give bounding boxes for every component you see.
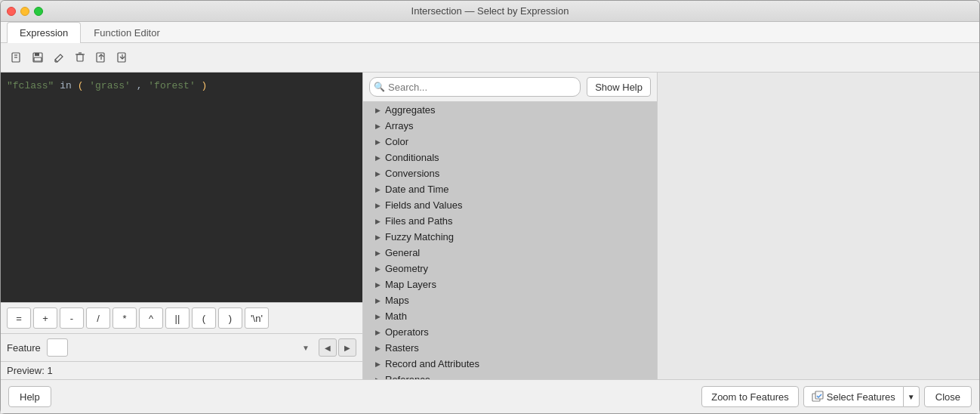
svg-rect-5 (34, 57, 42, 61)
tab-expression[interactable]: Expression (7, 22, 81, 43)
op-paren-open[interactable]: ( (192, 307, 216, 329)
list-item[interactable]: ▶ Conversions (363, 165, 657, 181)
load-up-button[interactable] (91, 48, 111, 67)
nav-next-button[interactable]: ▶ (338, 338, 356, 357)
maximize-traffic-light[interactable] (34, 7, 43, 16)
list-item[interactable]: ▶ Geometry (363, 261, 657, 277)
op-concat[interactable]: || (165, 307, 190, 329)
op-plus[interactable]: + (33, 307, 57, 329)
list-item[interactable]: ▶ Files and Paths (363, 213, 657, 229)
load-up-icon (95, 51, 107, 63)
list-item[interactable]: ▶ Arrays (363, 118, 657, 134)
chevron-right-icon: ▶ (375, 344, 381, 352)
op-multiply[interactable]: * (112, 307, 137, 329)
list-item[interactable]: ▶ Reference (363, 372, 657, 379)
feature-label: Feature (7, 342, 41, 354)
search-input[interactable] (369, 77, 581, 97)
chevron-right-icon: ▶ (375, 170, 381, 178)
chevron-right-icon: ▶ (375, 186, 381, 193)
new-icon (11, 51, 23, 63)
expr-paren-open: ( (78, 80, 84, 91)
select-features-dropdown-button[interactable]: ▼ (904, 386, 920, 407)
zoom-to-features-button[interactable]: Zoom to Features (701, 386, 799, 407)
save-icon (32, 51, 44, 63)
feature-select-wrapper: ▼ (47, 338, 313, 357)
content-area: "fclass" in ( 'grass' , 'forest' ) = + -… (1, 73, 979, 379)
chevron-right-icon: ▶ (375, 297, 381, 304)
expression-editor[interactable]: "fclass" in ( 'grass' , 'forest' ) (1, 73, 362, 302)
list-item[interactable]: ▶ Math (363, 308, 657, 324)
save-button[interactable] (28, 48, 48, 67)
bottom-bar: Help Zoom to Features Select Features ▼ … (1, 379, 979, 413)
list-item[interactable]: ▶ General (363, 245, 657, 261)
svg-rect-11 (97, 53, 104, 62)
list-item[interactable]: ▶ Aggregates (363, 102, 657, 118)
delete-button[interactable] (70, 48, 90, 67)
main-window: Intersection — Select by Expression Expr… (0, 0, 980, 414)
chevron-right-icon: ▶ (375, 107, 381, 114)
load-down-icon (116, 51, 128, 63)
expr-string-forest: 'forest' (148, 80, 195, 91)
preview-row: Preview: 1 (1, 361, 362, 379)
select-features-group: Select Features ▼ (803, 386, 920, 407)
traffic-lights (7, 7, 43, 16)
search-input-wrapper: 🔍 (369, 77, 581, 97)
close-traffic-light[interactable] (7, 7, 16, 16)
expression-line: "fclass" in ( 'grass' , 'forest' ) (7, 79, 356, 94)
op-equals[interactable]: = (7, 307, 31, 329)
chevron-right-icon: ▶ (375, 329, 381, 336)
list-item[interactable]: ▶ Record and Attributes (363, 356, 657, 372)
tab-function-editor[interactable]: Function Editor (81, 22, 172, 43)
list-item[interactable]: ▶ Maps (363, 292, 657, 308)
list-item[interactable]: ▶ Conditionals (363, 150, 657, 165)
op-newline[interactable]: '\n' (245, 307, 269, 329)
expr-string-grass: 'grass' (89, 80, 131, 91)
expr-comma: , (137, 80, 143, 91)
chevron-right-icon: ▶ (375, 313, 381, 320)
list-item[interactable]: ▶ Fuzzy Matching (363, 229, 657, 245)
svg-rect-8 (77, 54, 83, 61)
edit-icon (53, 51, 65, 63)
expr-paren-close: ) (202, 80, 208, 91)
show-help-button[interactable]: Show Help (587, 77, 651, 97)
preview-label: Preview: (7, 365, 45, 376)
title-bar: Intersection — Select by Expression (1, 1, 979, 22)
new-button[interactable] (7, 48, 26, 67)
list-item[interactable]: ▶ Operators (363, 324, 657, 340)
chevron-right-icon: ▶ (375, 233, 381, 241)
chevron-right-icon: ▶ (375, 281, 381, 289)
select-features-button[interactable]: Select Features (803, 386, 904, 407)
chevron-right-icon: ▶ (375, 154, 381, 162)
edit-button[interactable] (49, 48, 69, 67)
function-list: ▶ Aggregates ▶ Arrays ▶ Color ▶ Conditio… (363, 102, 657, 379)
search-icon: 🔍 (374, 82, 385, 92)
tab-bar: Expression Function Editor (1, 22, 979, 43)
expr-in-keyword: in (60, 80, 77, 91)
nav-prev-button[interactable]: ◀ (319, 338, 337, 357)
svg-rect-4 (35, 53, 39, 56)
operator-row: = + - / * ^ || ( ) '\n' (1, 302, 362, 333)
op-caret[interactable]: ^ (139, 307, 163, 329)
svg-rect-16 (815, 391, 823, 399)
feature-select[interactable] (47, 338, 68, 357)
middle-panel: 🔍 Show Help ▶ Aggregates ▶ Arrays (363, 73, 658, 379)
load-down-button[interactable] (112, 48, 132, 67)
help-button[interactable]: Help (8, 386, 51, 407)
op-paren-close[interactable]: ) (218, 307, 242, 329)
window-title: Intersection — Select by Expression (411, 5, 569, 17)
list-item[interactable]: ▶ Color (363, 134, 657, 150)
op-minus[interactable]: - (60, 307, 84, 329)
list-item[interactable]: ▶ Rasters (363, 340, 657, 356)
delete-icon (74, 51, 86, 63)
left-panel: "fclass" in ( 'grass' , 'forest' ) = + -… (1, 73, 363, 379)
op-divide[interactable]: / (86, 307, 110, 329)
minimize-traffic-light[interactable] (20, 7, 29, 16)
list-item[interactable]: ▶ Fields and Values (363, 197, 657, 213)
nav-buttons: ◀ ▶ (319, 338, 356, 357)
chevron-right-icon: ▶ (375, 218, 381, 225)
close-button[interactable]: Close (924, 386, 972, 407)
list-item[interactable]: ▶ Map Layers (363, 277, 657, 292)
chevron-right-icon: ▶ (375, 249, 381, 257)
chevron-right-icon: ▶ (375, 138, 381, 146)
list-item[interactable]: ▶ Date and Time (363, 181, 657, 197)
